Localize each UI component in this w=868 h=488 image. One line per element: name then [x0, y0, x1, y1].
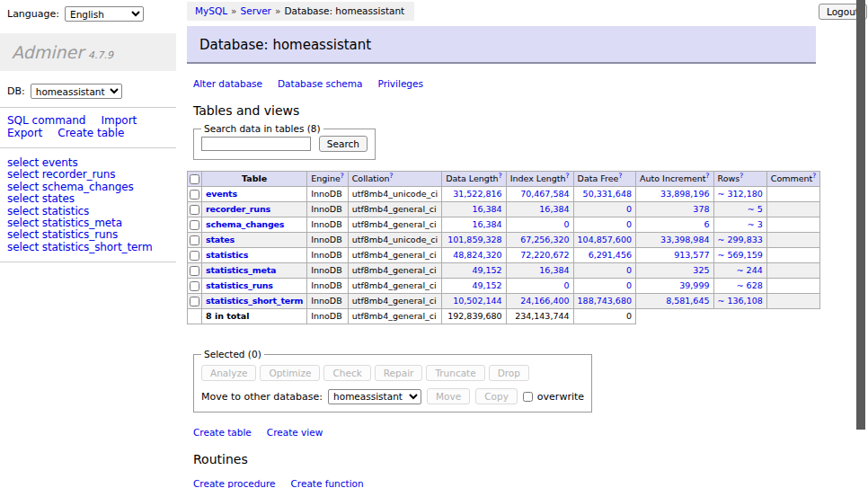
sidebar-select-table-link[interactable]: select events [7, 157, 176, 169]
analyze-button[interactable]: Analyze [201, 365, 256, 381]
row-checkbox[interactable] [190, 251, 199, 261]
drop-button[interactable]: Drop [489, 365, 529, 381]
action-link[interactable]: Create procedure [193, 478, 276, 488]
optimize-button[interactable]: Optimize [260, 365, 320, 381]
copy-button[interactable]: Copy [475, 388, 518, 404]
table-name-link[interactable]: statistics_short_term [206, 296, 303, 306]
sidebar-select-table-link[interactable]: select statistics_meta [7, 217, 176, 229]
data-length-cell-link[interactable]: 49,152 [446, 280, 501, 291]
table-name-link[interactable]: schema_changes [206, 219, 284, 229]
move-button[interactable]: Move [427, 388, 470, 404]
check-button[interactable]: Check [323, 365, 370, 381]
sidebar-link[interactable]: Create table [58, 127, 124, 139]
breadcrumb-link-mysql[interactable]: MySQL [195, 5, 227, 16]
auto-increment-cell-link[interactable]: 8,581,645 [640, 296, 710, 306]
search-button[interactable]: Search [319, 136, 368, 152]
row-checkbox[interactable] [190, 235, 199, 245]
sidebar-select-table-link[interactable]: select statistics_short_term [7, 242, 176, 253]
sidebar-select-table-link[interactable]: select states [7, 193, 176, 205]
sidebar-link[interactable]: Export [7, 127, 42, 139]
sidebar-select-table-link[interactable]: select statistics [7, 206, 176, 217]
data-length-cell-link[interactable]: 16,384 [446, 219, 501, 230]
table-name-link[interactable]: events [206, 189, 237, 199]
auto-increment-cell-link[interactable]: 33,898,196 [640, 189, 710, 200]
column-help-link[interactable]: ? [706, 172, 710, 180]
overwrite-label[interactable]: overwrite [537, 391, 584, 403]
column-help-link[interactable]: ? [341, 172, 344, 180]
row-checkbox[interactable] [190, 220, 199, 230]
column-help-link[interactable]: ? [566, 172, 570, 180]
rows-cell-link[interactable]: ~ 299,833 [718, 235, 763, 245]
index-length-cell-link[interactable]: 16,384 [510, 204, 570, 215]
move-database-select[interactable]: homeassistant [328, 389, 421, 404]
column-help-link[interactable]: ? [740, 172, 743, 180]
rows-cell-link[interactable]: ~ 136,108 [718, 296, 763, 306]
action-link[interactable]: Privileges [377, 78, 423, 89]
row-checkbox[interactable] [190, 266, 199, 276]
data-free-cell-link[interactable]: 0 [578, 265, 632, 276]
rows-cell-link[interactable]: ~ 312,180 [718, 189, 763, 200]
row-checkbox[interactable] [190, 205, 199, 215]
index-length-cell-link[interactable]: 72,220,672 [510, 250, 570, 261]
data-length-cell-link[interactable]: 16,384 [446, 204, 501, 215]
index-length-cell-link[interactable]: 0 [510, 219, 570, 230]
column-help-link[interactable]: ? [618, 172, 622, 180]
language-select[interactable]: English [65, 6, 144, 22]
data-length-cell-link[interactable]: 101,859,328 [446, 235, 501, 245]
data-free-cell-link[interactable]: 50,331,648 [578, 189, 632, 200]
sidebar-link[interactable]: SQL command [7, 114, 85, 127]
column-help-link[interactable]: ? [812, 172, 816, 180]
sidebar-link[interactable]: Import [101, 114, 137, 127]
data-free-cell-link[interactable]: 104,857,600 [578, 235, 632, 245]
row-checkbox[interactable] [190, 281, 199, 291]
rows-cell-link[interactable]: ~ 628 [718, 280, 763, 291]
index-length-cell-link[interactable]: 0 [510, 280, 570, 291]
data-free-cell-link[interactable]: 188,743,680 [578, 296, 632, 306]
sidebar-select-table-link[interactable]: select recorder_runs [7, 169, 176, 181]
sidebar-select-table-link[interactable]: select schema_changes [7, 182, 176, 193]
repair-button[interactable]: Repair [375, 365, 423, 381]
index-length-cell-link[interactable]: 67,256,320 [510, 235, 570, 245]
auto-increment-cell-link[interactable]: 913,577 [640, 250, 710, 261]
action-link[interactable]: Create view [267, 427, 323, 438]
column-help-link[interactable]: ? [499, 172, 502, 180]
data-free-cell-link[interactable]: 0 [578, 219, 632, 230]
row-checkbox[interactable] [190, 190, 199, 200]
overwrite-checkbox[interactable] [523, 392, 533, 402]
index-length-cell-link[interactable]: 70,467,584 [510, 189, 570, 200]
data-length-cell-link[interactable]: 31,522,816 [446, 189, 501, 200]
action-link[interactable]: Create table [193, 427, 252, 438]
table-name-link[interactable]: statistics_meta [206, 265, 276, 275]
row-checkbox[interactable] [190, 297, 199, 306]
breadcrumb-link-server[interactable]: Server [241, 5, 271, 16]
auto-increment-cell-link[interactable]: 378 [640, 204, 710, 215]
auto-increment-cell-link[interactable]: 39,999 [640, 280, 710, 291]
index-length-cell-link[interactable]: 16,384 [510, 265, 570, 276]
truncate-button[interactable]: Truncate [426, 365, 484, 381]
rows-cell-link[interactable]: ~ 244 [718, 265, 763, 276]
data-length-cell-link[interactable]: 48,824,320 [446, 250, 501, 261]
vertical-scrollbar-thumb[interactable] [856, 0, 865, 430]
column-help-link[interactable]: ? [389, 172, 393, 180]
auto-increment-cell-link[interactable]: 33,398,984 [640, 235, 710, 245]
auto-increment-cell-link[interactable]: 325 [640, 265, 710, 276]
sidebar-select-table-link[interactable]: select statistics_runs [7, 229, 176, 241]
data-length-cell-link[interactable]: 49,152 [446, 265, 501, 276]
index-length-cell-link[interactable]: 24,166,400 [510, 296, 570, 306]
data-free-cell-link[interactable]: 0 [578, 280, 632, 291]
db-select[interactable]: homeassistant [31, 84, 122, 99]
table-name-link[interactable]: statistics [206, 250, 248, 260]
data-free-cell-link[interactable]: 0 [578, 204, 632, 215]
data-free-cell-link[interactable]: 6,291,456 [578, 250, 632, 261]
table-name-link[interactable]: statistics_runs [206, 280, 273, 290]
table-name-link[interactable]: recorder_runs [206, 204, 270, 214]
select-all-checkbox[interactable] [190, 174, 199, 184]
rows-cell-link[interactable]: ~ 569,159 [718, 250, 763, 261]
action-link[interactable]: Database schema [278, 78, 362, 89]
data-length-cell-link[interactable]: 10,502,144 [446, 296, 501, 306]
auto-increment-cell-link[interactable]: 6 [640, 219, 710, 230]
rows-cell-link[interactable]: ~ 3 [718, 219, 763, 230]
action-link[interactable]: Alter database [193, 78, 262, 89]
action-link[interactable]: Create function [291, 478, 364, 488]
table-name-link[interactable]: states [206, 235, 235, 244]
